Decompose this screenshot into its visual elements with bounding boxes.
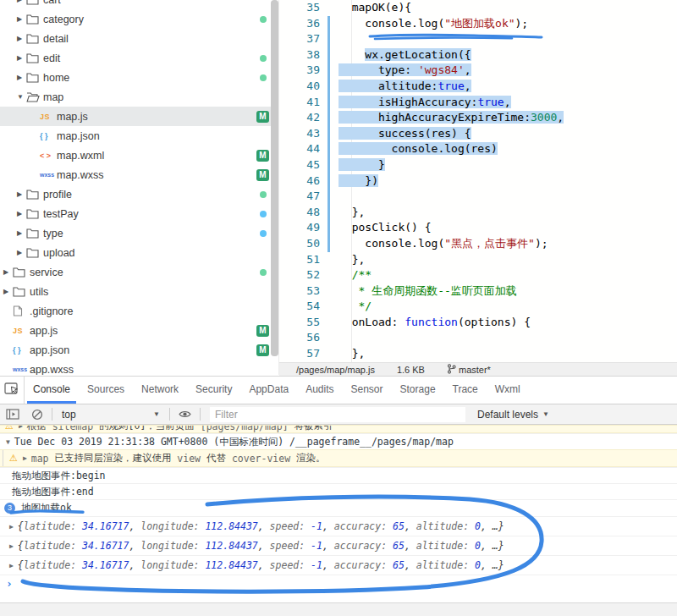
- chevron-right-icon[interactable]: ▶: [3, 268, 13, 276]
- object-value: 34.16717: [82, 520, 129, 532]
- disclosure-triangle-icon[interactable]: ▶: [9, 562, 14, 569]
- modified-line-indicator: [327, 63, 330, 79]
- code-line-46[interactable]: 46 }): [279, 173, 677, 190]
- tree-item-map-json[interactable]: { }map.json: [0, 126, 279, 146]
- tree-item-app-js[interactable]: JSapp.jsM: [0, 321, 279, 340]
- line-number: 47: [279, 189, 320, 205]
- tree-item-app-wxss[interactable]: wxssapp.wxss: [0, 360, 279, 375]
- tree-item-profile[interactable]: ▶profile: [0, 184, 279, 204]
- object-key: accuracy:: [334, 520, 393, 532]
- sidebar-scrollbar[interactable]: [271, 0, 278, 356]
- tree-item-category[interactable]: ▶category: [0, 9, 279, 29]
- tab-trace[interactable]: Trace: [447, 377, 484, 404]
- tab-sources[interactable]: Sources: [81, 377, 130, 404]
- code-line-48[interactable]: 48 },: [279, 205, 677, 221]
- tab-console[interactable]: Console: [27, 377, 76, 404]
- code-editor[interactable]: 35 mapOK(e){36 console.log("地图加载ok");373…: [279, 0, 677, 362]
- tree-item-service[interactable]: ▶service: [0, 262, 279, 282]
- git-branch[interactable]: master*: [447, 364, 491, 376]
- tree-item-label: detail: [43, 33, 269, 45]
- chevron-right-icon[interactable]: ▶: [17, 229, 26, 237]
- disclosure-triangle-icon[interactable]: ▶: [9, 542, 14, 550]
- disclosure-triangle-icon[interactable]: ▶: [19, 425, 23, 430]
- execution-context-dropdown[interactable]: top ▼: [55, 409, 167, 421]
- object-value: -1: [311, 520, 322, 532]
- tree-item-label: map.wxss: [57, 169, 256, 181]
- modified-badge: M: [256, 150, 269, 162]
- chevron-right-icon[interactable]: ▶: [3, 288, 13, 295]
- code-line-53[interactable]: 53 * 生命周期函数--监听页面加载: [279, 283, 677, 300]
- tab-network[interactable]: Network: [135, 377, 184, 404]
- object-value: 34.16717: [82, 559, 129, 571]
- chevron-right-icon[interactable]: ▶: [17, 0, 26, 3]
- tree-item-app-json[interactable]: { }app.jsonM: [0, 340, 279, 360]
- tree-item-detail[interactable]: ▶detail: [0, 29, 279, 48]
- code-line-40[interactable]: 40 altitude:true,: [279, 79, 677, 95]
- code-token: altitude:: [338, 80, 438, 92]
- tree-item-map-wxss[interactable]: wxssmap.wxssM: [0, 165, 279, 184]
- code-line-57[interactable]: 57 },: [279, 346, 677, 362]
- code-line-39[interactable]: 39 type: 'wgs84',: [279, 63, 677, 79]
- disclosure-triangle-icon[interactable]: ▶: [9, 523, 14, 531]
- chevron-right-icon[interactable]: ▶: [17, 54, 26, 62]
- code-line-43[interactable]: 43 success(res) {: [279, 126, 677, 142]
- disclosure-triangle-icon[interactable]: ▶: [23, 454, 27, 462]
- toolbar-divider: [169, 408, 170, 421]
- tree-item-label: type: [43, 228, 260, 239]
- tab-storage[interactable]: Storage: [394, 377, 442, 404]
- chevron-right-icon[interactable]: ▶: [17, 74, 26, 81]
- code-line-55[interactable]: 55 onLoad: function(options) {: [279, 315, 677, 331]
- tab-sensor[interactable]: Sensor: [345, 377, 389, 404]
- code-line-45[interactable]: 45 }: [279, 157, 677, 173]
- chevron-right-icon[interactable]: ▶: [17, 190, 26, 198]
- eye-icon[interactable]: [179, 410, 191, 419]
- code-line-35[interactable]: 35 mapOK(e){: [279, 0, 677, 16]
- warning-text: sitemap: [52, 425, 93, 432]
- wxss-glyph: wxss: [13, 366, 27, 372]
- filter-input[interactable]: [210, 407, 465, 422]
- tree-item-edit[interactable]: ▶edit: [0, 48, 279, 68]
- code-line-38[interactable]: 38 wx.getLocation({: [279, 47, 677, 63]
- code-line-41[interactable]: 41 isHighAccuracy:true,: [279, 95, 677, 111]
- tree-item-map[interactable]: ▼map: [0, 87, 279, 107]
- tree-item--gitignore[interactable]: .gitignore: [0, 301, 279, 321]
- disclosure-triangle-icon[interactable]: ▼: [6, 438, 10, 446]
- code-line-37[interactable]: 37: [279, 31, 677, 47]
- code-line-36[interactable]: 36 console.log("地图加载ok");: [279, 16, 677, 32]
- code-line-54[interactable]: 54 */: [279, 299, 677, 315]
- clear-console-button[interactable]: [31, 409, 43, 421]
- tree-item-testPay[interactable]: ▶testPay: [0, 204, 279, 223]
- code-line-50[interactable]: 50 console.log("黑点，点击事件");: [279, 236, 677, 252]
- tree-item-cart[interactable]: ▶cart: [0, 0, 279, 9]
- tree-item-upload[interactable]: ▶upload: [0, 243, 279, 262]
- tab-security[interactable]: Security: [190, 377, 238, 404]
- code-line-49[interactable]: 49 posClick() {: [279, 220, 677, 236]
- tree-item-type[interactable]: ▶type: [0, 223, 279, 243]
- code-line-47[interactable]: 47: [279, 189, 677, 205]
- git-branch-name: master*: [459, 365, 491, 375]
- code-line-42[interactable]: 42 highAccuracyExpireTime:3000,: [279, 110, 677, 126]
- tab-appdata[interactable]: AppData: [243, 377, 294, 404]
- tab-wxml[interactable]: Wxml: [489, 377, 526, 404]
- chevron-right-icon[interactable]: ▶: [17, 15, 26, 23]
- code-line-52[interactable]: 52 /**: [279, 267, 677, 283]
- code-line-44[interactable]: 44 console.log(res): [279, 141, 677, 157]
- console-sidebar-toggle-button[interactable]: [6, 409, 19, 420]
- chevron-right-icon[interactable]: ▶: [17, 249, 26, 256]
- object-key: altitude:: [416, 520, 475, 532]
- inspect-element-button[interactable]: [0, 377, 25, 404]
- code-line-51[interactable]: 51 },: [279, 252, 677, 268]
- code-text: /**: [338, 267, 677, 283]
- console-prompt-row[interactable]: ›: [0, 575, 677, 591]
- chevron-right-icon[interactable]: ▶: [17, 210, 26, 217]
- chevron-down-icon[interactable]: ▼: [17, 93, 26, 101]
- tree-item-map-js[interactable]: JSmap.jsM: [0, 107, 279, 126]
- json-glyph: { }: [40, 132, 48, 140]
- tree-item-map-wxml[interactable]: < >map.wxmlM: [0, 146, 279, 165]
- chevron-right-icon[interactable]: ▶: [17, 35, 26, 42]
- code-line-56[interactable]: 56: [279, 330, 677, 346]
- tree-item-home[interactable]: ▶home: [0, 68, 279, 87]
- tree-item-utils[interactable]: ▶utils: [0, 282, 279, 301]
- log-levels-dropdown[interactable]: Default levels ▼: [477, 409, 549, 421]
- tab-audits[interactable]: Audits: [300, 377, 339, 404]
